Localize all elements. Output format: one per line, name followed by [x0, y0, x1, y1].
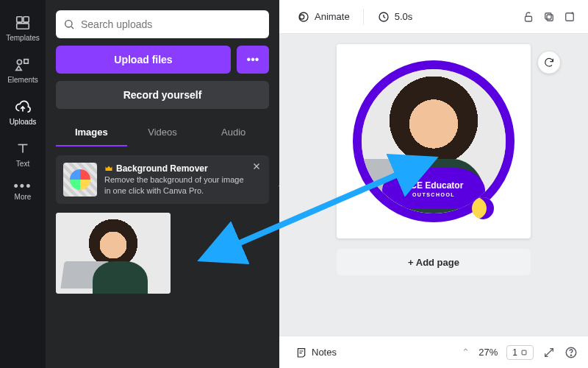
zoom-toggle[interactable]: ⌃ [462, 347, 470, 358]
pages-icon [520, 349, 528, 356]
duplicate-icon [542, 10, 556, 24]
promo-body: Background Remover Remove the background… [104, 163, 247, 197]
upload-files-button[interactable]: Upload files [56, 46, 231, 74]
rail-more[interactable]: ••• More [0, 175, 46, 208]
promo-title-text: Background Remover [116, 163, 208, 174]
badge-title: ACE Educator [404, 180, 464, 191]
search-input[interactable] [81, 18, 262, 30]
promo-close-button[interactable] [251, 161, 263, 173]
badge-subtitle: OUTSCHOOL [412, 192, 455, 197]
canvas-area[interactable]: ACE Educator OUTSCHOOL + Add page [279, 34, 588, 336]
upload-thumbnail[interactable] [56, 213, 171, 294]
page-number: 1 [512, 347, 517, 358]
help-icon [564, 346, 578, 359]
unlock-button[interactable] [522, 10, 535, 24]
rail-label: Elements [7, 76, 38, 84]
add-page-icon [563, 10, 576, 24]
context-toolbar: Animate 5.0s [279, 0, 588, 34]
clock-icon [377, 10, 390, 24]
animate-icon [297, 10, 310, 24]
rail-label: Templates [6, 34, 40, 42]
dots-icon: ••• [247, 53, 259, 66]
editor-footer: Notes ⌃ 27% 1 [279, 336, 588, 368]
rail-label: Text [16, 160, 29, 168]
editor-stage: Animate 5.0s [279, 0, 588, 368]
text-icon [15, 141, 31, 157]
svg-point-15 [570, 355, 571, 355]
tab-videos[interactable]: Videos [127, 119, 198, 146]
notes-icon [295, 347, 307, 358]
left-rail: Templates Elements Uploads Text ••• More [0, 0, 46, 368]
duration-button[interactable]: 5.0s [371, 6, 419, 28]
sparkle-cycle-icon [543, 57, 555, 68]
promo-thumb-icon [63, 163, 97, 197]
educator-badge[interactable]: ACE Educator OUTSCHOOL [382, 168, 485, 209]
promo-desc: Remove the background of your image in o… [104, 174, 247, 197]
design-page[interactable]: ACE Educator OUTSCHOOL [337, 44, 531, 238]
fullscreen-button[interactable] [542, 346, 556, 359]
notes-label: Notes [312, 347, 337, 358]
moon-shape[interactable] [472, 197, 494, 219]
search-icon [63, 18, 75, 30]
uploads-panel: Upload files ••• Record yourself Images … [46, 0, 279, 368]
svg-rect-0 [17, 17, 22, 22]
magic-recompose-button[interactable] [538, 52, 560, 74]
background-remover-promo[interactable]: Background Remover Remove the background… [56, 155, 269, 204]
duration-label: 5.0s [395, 11, 413, 22]
zoom-level[interactable]: 27% [478, 347, 498, 358]
svg-rect-1 [24, 17, 29, 22]
svg-rect-13 [522, 350, 526, 355]
svg-rect-8 [526, 16, 532, 21]
notes-button[interactable]: Notes [290, 342, 343, 363]
media-tabs: Images Videos Audio [56, 119, 269, 146]
page-wrap: ACE Educator OUTSCHOOL [337, 44, 531, 238]
record-yourself-button[interactable]: Record yourself [56, 81, 269, 109]
portrait-illustration [56, 213, 171, 294]
cloud-upload-icon [15, 99, 31, 115]
rail-label: Uploads [10, 118, 37, 126]
elements-icon [15, 57, 31, 73]
svg-rect-9 [547, 15, 553, 21]
tab-audio[interactable]: Audio [198, 119, 269, 146]
more-icon: ••• [14, 183, 32, 190]
rail-templates[interactable]: Templates [0, 7, 46, 49]
tab-images[interactable]: Images [56, 119, 127, 146]
animate-button[interactable]: Animate [291, 6, 356, 28]
svg-point-4 [65, 21, 72, 27]
profile-ring[interactable]: ACE Educator OUTSCHOOL [353, 60, 514, 222]
rail-uploads[interactable]: Uploads [0, 91, 46, 133]
uploads-grid [56, 213, 269, 294]
expand-icon [543, 347, 555, 358]
divider [363, 9, 364, 25]
animate-label: Animate [315, 11, 350, 22]
lock-open-icon [522, 10, 535, 24]
svg-rect-10 [545, 13, 551, 18]
upload-more-button[interactable]: ••• [237, 46, 269, 74]
page-indicator[interactable]: 1 [506, 345, 534, 360]
svg-rect-2 [17, 24, 29, 29]
rail-text[interactable]: Text [0, 133, 46, 175]
svg-rect-11 [566, 13, 574, 21]
crown-icon [104, 164, 113, 173]
svg-point-5 [299, 13, 308, 21]
add-page-top-button[interactable] [563, 10, 576, 24]
templates-icon [15, 15, 31, 31]
duplicate-page-button[interactable] [542, 10, 556, 24]
svg-point-6 [300, 15, 304, 19]
help-button[interactable] [564, 346, 578, 359]
svg-point-3 [17, 60, 21, 64]
rail-elements[interactable]: Elements [0, 49, 46, 91]
rail-label: More [15, 193, 32, 201]
add-page-button[interactable]: + Add page [337, 249, 531, 275]
search-input-wrap[interactable] [56, 10, 269, 38]
close-icon [251, 161, 262, 171]
